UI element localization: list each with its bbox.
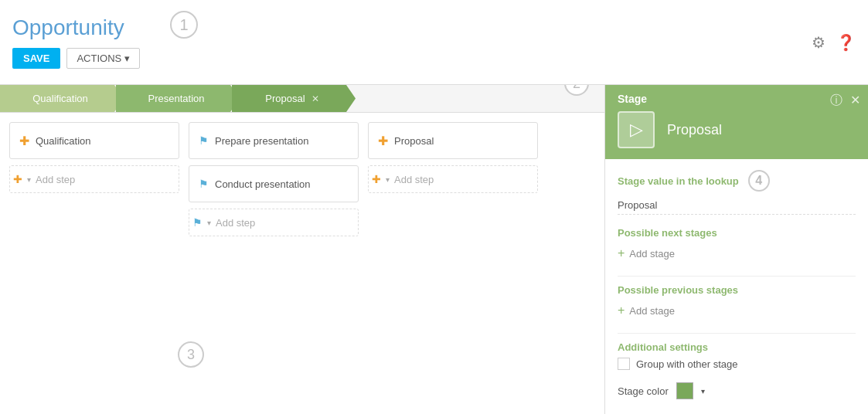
- save-button[interactable]: SAVE: [12, 48, 60, 69]
- tab-proposal[interactable]: Proposal ✕: [232, 85, 356, 112]
- step-proposal[interactable]: ✚ Proposal: [368, 122, 538, 159]
- help-icon[interactable]: ❓: [836, 33, 856, 52]
- divider-2: [618, 333, 856, 334]
- add-step-qualification[interactable]: ✚ ▾ Add step: [9, 165, 179, 193]
- add-step-presentation-label: Add step: [216, 217, 255, 229]
- additional-settings-label: Additional settings: [618, 341, 856, 353]
- stage-info-icon[interactable]: ⓘ: [830, 93, 842, 109]
- tab-qualification-label: Qualification: [32, 93, 88, 104]
- add-step-proposal-plus-icon: ✚: [372, 173, 381, 185]
- next-stages-section: Possible next stages + Add stage: [618, 227, 856, 263]
- step-prepare-label: Prepare presentation: [215, 135, 308, 147]
- step1-badge: 1: [170, 11, 198, 39]
- header-icons: ⚙ ❓: [812, 33, 856, 52]
- step3-badge: 3: [178, 341, 204, 368]
- column-qualification: ✚ Qualification ✚ ▾ Add step: [9, 122, 179, 193]
- step-qualification[interactable]: ✚ Qualification: [9, 122, 179, 159]
- step-prepare-presentation[interactable]: ⚑ Prepare presentation: [189, 122, 359, 159]
- lookup-section: Stage value in the lookup 4 Proposal: [618, 170, 856, 215]
- color-dropdown-icon[interactable]: ▾: [701, 387, 705, 395]
- header: Opportunity SAVE ACTIONS ▾ 1 ⚙ ❓: [0, 0, 868, 85]
- plus-icon-proposal: ✚: [378, 134, 388, 148]
- add-next-stage[interactable]: + Add stage: [618, 243, 856, 263]
- group-with-stage-row: Group with other stage: [618, 358, 856, 370]
- group-checkbox[interactable]: [618, 358, 630, 370]
- add-step-proposal[interactable]: ✚ ▾ Add step: [368, 165, 538, 193]
- tab-proposal-close-icon[interactable]: ✕: [311, 93, 319, 104]
- stage-color-row: Stage color ▾: [618, 382, 856, 399]
- add-step-dropdown-icon: ▾: [27, 175, 31, 184]
- stage-icon-box: ▷: [618, 111, 655, 148]
- stage-header: Stage ⓘ ✕ ▷ Proposal: [605, 85, 868, 159]
- stage-columns: ✚ Qualification ✚ ▾ Add step ⚑ Prepare p…: [0, 113, 604, 414]
- add-next-stage-plus-icon: +: [618, 246, 625, 260]
- add-prev-stage-plus-icon: +: [618, 304, 625, 317]
- tab-qualification[interactable]: Qualification: [0, 85, 124, 112]
- flag-icon-2: ⚑: [199, 178, 209, 190]
- step-conduct-label: Conduct presentation: [215, 178, 311, 190]
- stage-color-label: Stage color: [618, 385, 669, 397]
- main-area: Qualification Presentation Proposal ✕ 2 …: [0, 85, 868, 414]
- add-step-pres-dropdown-icon: ▾: [207, 219, 211, 227]
- lookup-label: Stage value in the lookup 4: [618, 170, 856, 192]
- group-label: Group with other stage: [636, 358, 738, 370]
- tab-proposal-label: Proposal: [265, 93, 305, 104]
- stage-close-icon[interactable]: ✕: [850, 93, 860, 109]
- stage-tabs: Qualification Presentation Proposal ✕ 2: [0, 85, 604, 113]
- next-stages-label: Possible next stages: [618, 227, 856, 239]
- left-panel: Qualification Presentation Proposal ✕ 2 …: [0, 85, 605, 414]
- actions-label: ACTIONS: [77, 53, 121, 64]
- stage-header-title: Stage: [618, 93, 647, 105]
- right-panel: Stage ⓘ ✕ ▷ Proposal Stage value in the …: [605, 85, 868, 414]
- flag-icon-add: ⚑: [192, 216, 203, 229]
- add-step-qualification-label: Add step: [36, 174, 75, 185]
- step-qualification-label: Qualification: [36, 135, 91, 147]
- step4-badge: 4: [748, 170, 770, 192]
- add-prev-stage-label: Add stage: [629, 305, 675, 317]
- additional-settings-section: Additional settings Group with other sta…: [618, 341, 856, 370]
- actions-chevron-icon: ▾: [124, 53, 130, 64]
- stage-name: Proposal: [667, 122, 722, 138]
- prev-stages-section: Possible previous stages + Add stage: [618, 284, 856, 321]
- stage-header-icons: ⓘ ✕: [830, 93, 860, 109]
- add-step-presentation[interactable]: ⚑ ▾ Add step: [189, 209, 359, 236]
- toolbar: SAVE ACTIONS ▾: [12, 48, 812, 69]
- app-title: Opportunity: [12, 15, 812, 40]
- stage-properties: Stage value in the lookup 4 Proposal Pos…: [605, 159, 868, 414]
- prev-stages-label: Possible previous stages: [618, 284, 856, 296]
- step2-badge: 2: [564, 85, 589, 96]
- actions-button[interactable]: ACTIONS ▾: [66, 48, 140, 69]
- lookup-value[interactable]: Proposal: [618, 196, 856, 215]
- add-step-plus-icon: ✚: [13, 173, 22, 185]
- add-next-stage-label: Add stage: [629, 248, 675, 260]
- flag-icon-1: ⚑: [199, 134, 209, 147]
- tab-presentation[interactable]: Presentation: [116, 85, 240, 112]
- tab-presentation-label: Presentation: [148, 93, 205, 104]
- header-left: Opportunity SAVE ACTIONS ▾: [12, 15, 812, 69]
- add-step-proposal-label: Add step: [394, 174, 434, 185]
- column-proposal: ✚ Proposal ✚ ▾ Add step: [368, 122, 538, 193]
- stage-icon: ▷: [630, 120, 643, 140]
- add-prev-stage[interactable]: + Add stage: [618, 300, 856, 321]
- add-step-proposal-dropdown-icon: ▾: [386, 175, 390, 184]
- step-proposal-label: Proposal: [394, 135, 434, 147]
- color-swatch[interactable]: [676, 382, 693, 399]
- settings-icon[interactable]: ⚙: [812, 33, 825, 52]
- column-presentation: ⚑ Prepare presentation ⚑ Conduct present…: [189, 122, 359, 236]
- divider-1: [618, 276, 856, 277]
- plus-icon: ✚: [19, 134, 29, 148]
- step-conduct-presentation[interactable]: ⚑ Conduct presentation: [189, 165, 359, 202]
